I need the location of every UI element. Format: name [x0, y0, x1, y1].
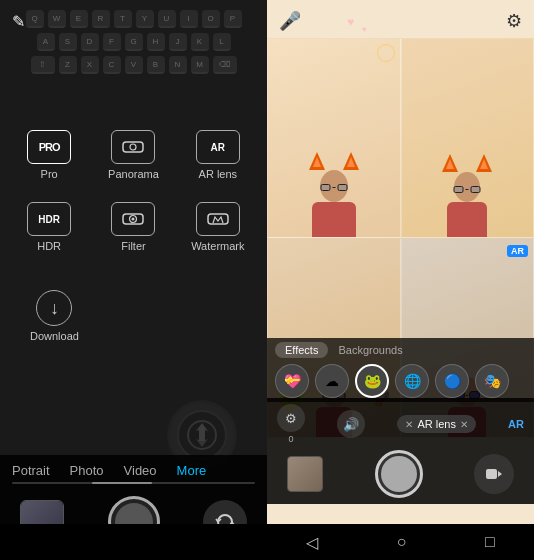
home-button-right[interactable]: ○: [397, 533, 407, 551]
edit-icon[interactable]: ✎: [12, 12, 25, 31]
pro-mode-item[interactable]: PRO Pro: [8, 120, 90, 190]
glass-right-2: [471, 186, 481, 193]
key: Y: [136, 10, 154, 28]
mode-scroll-bar: [12, 482, 255, 484]
svg-rect-5: [208, 214, 228, 224]
face-detect-circle: [377, 44, 395, 62]
back-button-right[interactable]: ◁: [306, 533, 318, 552]
effects-tab[interactable]: Effects: [275, 342, 328, 358]
panorama-mode-item[interactable]: Panorama: [92, 120, 174, 190]
ar-lens-label: AR lens: [417, 418, 456, 430]
watermark-mode-item[interactable]: Watermark: [177, 192, 259, 262]
filter-mode-label: Filter: [121, 240, 145, 252]
key: N: [169, 56, 187, 74]
glass-bridge: [332, 187, 335, 188]
person-1: [312, 170, 356, 237]
key: U: [158, 10, 176, 28]
fox-ear-right-2: [476, 154, 492, 172]
effects-tabs: Effects Backgrounds: [275, 342, 526, 358]
key: R: [92, 10, 110, 28]
sticker-globe[interactable]: 🌐: [395, 364, 429, 398]
sticker-circle-1[interactable]: 🔵: [435, 364, 469, 398]
settings-icon-small: ⚙: [277, 404, 305, 432]
key: Z: [59, 56, 77, 74]
ar-badge-close[interactable]: ✕: [460, 419, 468, 430]
key: K: [191, 33, 209, 51]
pro-mode-label: Pro: [41, 168, 58, 180]
ar-settings-btn[interactable]: ⚙ 0: [277, 404, 305, 444]
key: O: [202, 10, 220, 28]
settings-icon[interactable]: ⚙: [506, 10, 522, 32]
stickers-row: 💝 ☁ 🐸 🌐 🔵 🎭: [275, 364, 526, 398]
rog-inner: [177, 410, 227, 460]
more-tab[interactable]: More: [177, 463, 207, 478]
glass-left: [320, 184, 330, 191]
ar-badge-icon: ✕: [405, 419, 413, 430]
backgrounds-tab[interactable]: Backgrounds: [328, 342, 412, 358]
video-tab[interactable]: Video: [124, 463, 157, 478]
watermark-mode-icon: [196, 202, 240, 236]
ar-mode-item[interactable]: AR AR lens: [177, 120, 259, 190]
ar-mode-icon: AR: [196, 130, 240, 164]
download-label: Download: [30, 330, 79, 342]
key: W: [48, 10, 66, 28]
key: I: [180, 10, 198, 28]
sound-icon: 🔊: [337, 410, 365, 438]
ar-lens-badge[interactable]: ✕ AR lens ✕: [397, 415, 476, 433]
pro-mode-icon: PRO: [27, 130, 71, 164]
modes-grid: PRO Pro Panorama AR AR lens HDR: [0, 120, 267, 262]
panorama-mode-icon: [111, 130, 155, 164]
key: D: [81, 33, 99, 51]
key: X: [81, 56, 99, 74]
ar-sound-btn[interactable]: 🔊: [337, 410, 365, 438]
camera-cell-2: [401, 38, 535, 238]
key: C: [103, 56, 121, 74]
mic-off-icon[interactable]: 🎤: [279, 10, 301, 32]
key: J: [169, 33, 187, 51]
glass-bridge-2: [466, 189, 469, 190]
fox-ears-2: [442, 154, 492, 172]
download-icon: ↓: [36, 290, 72, 326]
glass-left-2: [454, 186, 464, 193]
right-panel: 🎤 ⚙ ♥ ♥ ♥: [267, 0, 534, 560]
filter-mode-item[interactable]: Filter: [92, 192, 174, 262]
portrait-tab[interactable]: Potrait: [12, 463, 50, 478]
recent-button-right[interactable]: □: [485, 533, 495, 551]
key: E: [70, 10, 88, 28]
key: T: [114, 10, 132, 28]
right-gallery-thumbnail[interactable]: [287, 456, 323, 492]
right-shutter-button[interactable]: [375, 450, 423, 498]
key: G: [125, 33, 143, 51]
right-shutter-inner: [381, 456, 417, 492]
filter-mode-icon: [111, 202, 155, 236]
ar-text-badge: AR: [508, 418, 524, 430]
ar-mode-label: AR lens: [199, 168, 238, 180]
sticker-frog-btn[interactable]: 🐸: [355, 364, 389, 398]
svg-point-4: [132, 218, 135, 221]
fox-ears-1: [309, 152, 359, 170]
sticker-love[interactable]: 💝: [275, 364, 309, 398]
left-panel: Q W E R T Y U I O P A S D F G H J K L: [0, 0, 267, 560]
key: S: [59, 33, 77, 51]
hdr-mode-label: HDR: [37, 240, 61, 252]
key: ⌫: [213, 56, 237, 74]
right-video-button[interactable]: [474, 454, 514, 494]
fox-ear-right: [343, 152, 359, 170]
key: H: [147, 33, 165, 51]
svg-point-1: [130, 144, 136, 150]
sticker-mask[interactable]: 🎭: [475, 364, 509, 398]
photo-tab[interactable]: Photo: [70, 463, 104, 478]
key: L: [213, 33, 231, 51]
svg-rect-9: [199, 429, 205, 441]
ar-badge: AR: [507, 245, 528, 257]
glass-right: [337, 184, 347, 191]
svg-rect-10: [486, 469, 497, 479]
key: M: [191, 56, 209, 74]
person-torso-1: [312, 202, 356, 237]
sticker-cloud[interactable]: ☁: [315, 364, 349, 398]
keyboard-rows: Q W E R T Y U I O P A S D F G H J K L: [0, 10, 267, 79]
ar-bottom-controls: ⚙ 0 🔊 ✕ AR lens ✕ AR: [267, 398, 534, 504]
hdr-mode-item[interactable]: HDR HDR: [8, 192, 90, 262]
download-button[interactable]: ↓ Download: [30, 290, 79, 342]
mode-scroll-thumb: [92, 482, 152, 484]
